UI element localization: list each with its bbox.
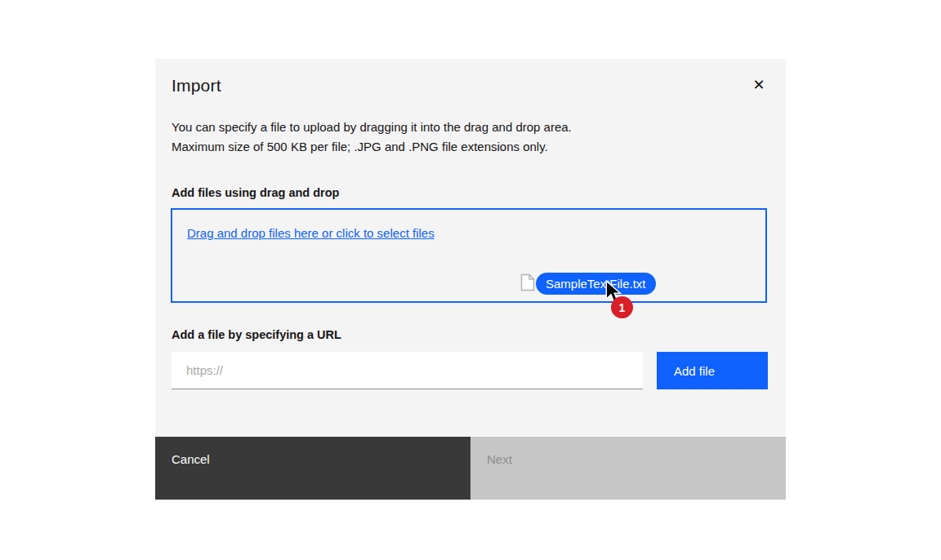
next-button[interactable]: Next <box>470 437 786 500</box>
file-icon <box>520 273 535 291</box>
close-icon: ✕ <box>752 78 765 92</box>
drop-zone-link[interactable]: Drag and drop files here or click to sel… <box>187 226 435 240</box>
modal-description: You can specify a file to upload by drag… <box>172 118 619 157</box>
drag-count-badge: 1 <box>611 296 633 318</box>
drag-drop-label: Add files using drag and drop <box>172 186 339 199</box>
add-file-button-label: Add file <box>674 364 715 378</box>
modal-footer: Cancel Next <box>155 437 786 500</box>
dragged-file-name: SampleTextFile.txt <box>546 277 646 291</box>
url-section-label: Add a file by specifying a URL <box>172 328 341 341</box>
close-button[interactable]: ✕ <box>745 71 773 99</box>
modal-title: Import <box>172 76 221 96</box>
dragged-file-chip[interactable]: SampleTextFile.txt <box>536 273 656 295</box>
cancel-button-label: Cancel <box>172 452 210 466</box>
drag-count-value: 1 <box>619 301 626 314</box>
drag-drop-zone[interactable]: Drag and drop files here or click to sel… <box>171 208 767 303</box>
url-input[interactable] <box>172 352 643 389</box>
next-button-label: Next <box>487 452 512 466</box>
cancel-button[interactable]: Cancel <box>155 437 470 500</box>
page-background: Import ✕ You can specify a file to uploa… <box>0 0 941 560</box>
import-modal: Import ✕ You can specify a file to uploa… <box>155 59 786 500</box>
add-file-button[interactable]: Add file <box>657 352 768 389</box>
